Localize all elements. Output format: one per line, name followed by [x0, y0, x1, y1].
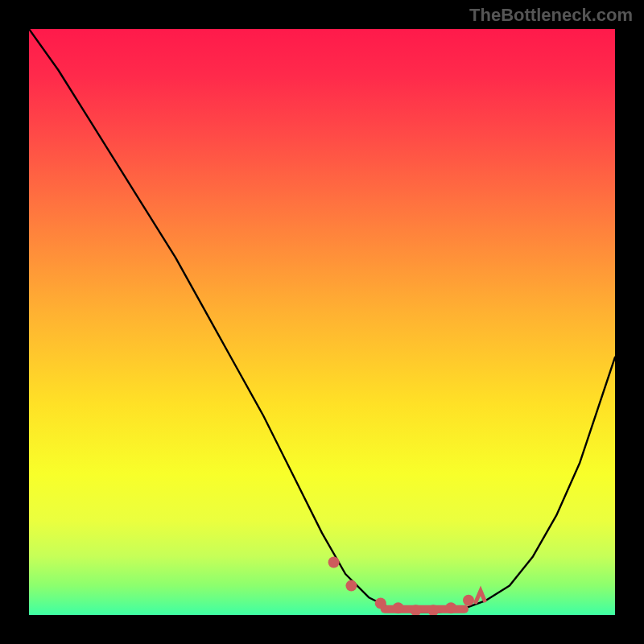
highlight-marker — [328, 557, 340, 568]
bottleneck-curve-path — [29, 29, 615, 612]
highlight-marker-group — [328, 557, 474, 616]
highlight-marker — [393, 602, 404, 613]
attribution-text: TheBottleneck.com — [469, 5, 633, 26]
highlight-marker — [375, 597, 386, 609]
highlight-marker — [345, 580, 357, 592]
highlight-marker — [463, 595, 474, 606]
chart-container: TheBottleneck.com — [0, 0, 644, 644]
highlight-marker — [445, 602, 456, 613]
whisker-icon — [476, 591, 485, 602]
curve-layer — [29, 29, 615, 615]
plot-area — [29, 29, 615, 615]
